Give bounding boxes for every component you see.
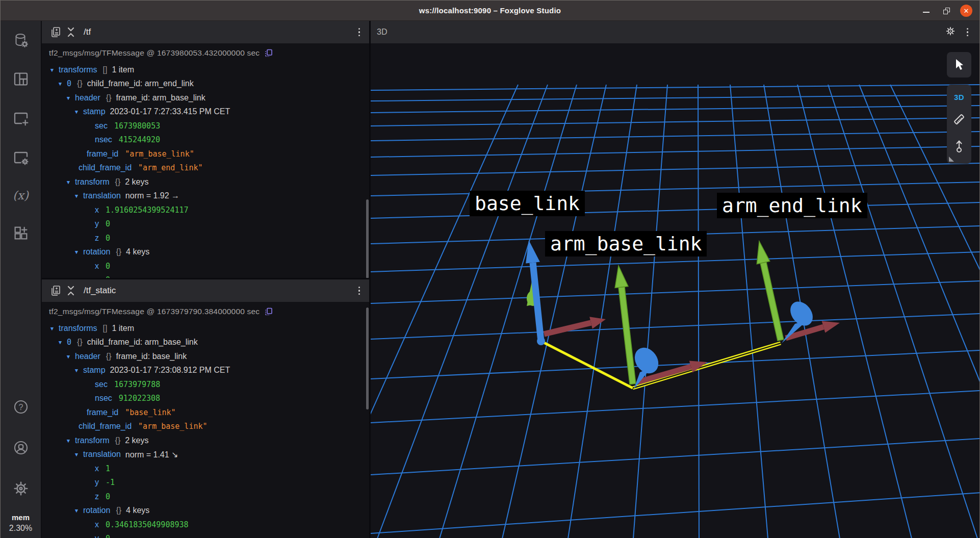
tree-row: y0 <box>42 217 369 232</box>
tree-type-badge: {} <box>115 436 121 445</box>
expand-arrow-icon[interactable]: ▼ <box>49 325 55 331</box>
tf-scrollbar-thumb[interactable] <box>366 199 369 278</box>
tree-key: translation <box>83 450 121 459</box>
tree-row: y0 <box>42 532 369 538</box>
expand-arrow-icon[interactable]: ▼ <box>49 67 55 73</box>
tree-row: child_frame_id"arm_end_link" <box>42 161 369 175</box>
tree-row[interactable]: ▼rotation{}4 keys <box>42 245 369 260</box>
camera-3d-toggle-button[interactable]: 3D <box>954 93 964 101</box>
tf-static-panel-menu-button[interactable] <box>355 284 364 298</box>
tree-value: 912022308 <box>119 394 160 403</box>
expand-arrow-icon[interactable]: ▼ <box>73 507 80 514</box>
raw-messages-column: /tf tf2_msgs/msg/TFMessage @ 1673980053.… <box>42 21 369 538</box>
tree-row: frame_id"arm_base_link" <box>42 147 369 161</box>
tf-panel-header[interactable]: /tf <box>42 21 369 43</box>
raw-messages-panel-icon <box>49 284 62 297</box>
tree-value: 1 <box>106 464 110 473</box>
tree-value: "base_link" <box>125 408 175 417</box>
tree-type-badge: {} <box>77 338 83 347</box>
gear-icon <box>12 480 30 497</box>
tree-row[interactable]: ▼rotation{}4 keys <box>42 504 369 518</box>
tree-key: transform <box>75 177 110 187</box>
sidebar-item-settings[interactable] <box>10 477 32 500</box>
expand-arrow-icon[interactable]: ▼ <box>73 367 80 373</box>
3d-settings-gear-icon[interactable] <box>945 26 956 38</box>
tree-value: 1673980053 <box>114 121 160 131</box>
minimize-button[interactable] <box>919 4 933 17</box>
tree-row[interactable]: ▼0{}child_frame_id: arm_end_link <box>42 77 369 91</box>
tree-row[interactable]: ▼transform{}2 keys <box>42 175 369 189</box>
expand-arrow-icon[interactable]: ▼ <box>73 193 80 199</box>
3d-panel-header[interactable]: 3D <box>371 21 979 43</box>
ruler-icon <box>952 112 966 126</box>
expand-arrow-icon[interactable]: ▼ <box>73 249 80 255</box>
sidebar-item-add-panel[interactable] <box>10 107 32 130</box>
tree-value: 0 <box>106 275 110 278</box>
selection-tool-button[interactable] <box>947 52 971 78</box>
tree-row[interactable]: ▼0{}child_frame_id: arm_base_link <box>42 336 369 350</box>
tree-meta: 2023-01-17 7:27:33.415 PM CET <box>110 107 230 116</box>
tree-row[interactable]: ▼translationnorm = 1.92 → <box>42 189 369 203</box>
tree-meta: frame_id: arm_base_link <box>116 93 205 103</box>
tree-key: transform <box>75 436 110 445</box>
copy-message-icon[interactable] <box>264 307 273 317</box>
tree-row: sec1673979788 <box>42 377 369 392</box>
sidebar-item-layouts[interactable] <box>10 68 32 90</box>
frame-label-arm-end-link: arm_end_link <box>717 193 867 218</box>
tf-static-scrollbar-thumb[interactable] <box>366 308 369 409</box>
tree-row[interactable]: ▼transform{}2 keys <box>42 433 369 448</box>
tree-key: stamp <box>83 366 106 375</box>
sidebar-item-account[interactable] <box>10 437 32 459</box>
sidebar-item-help[interactable]: ? <box>10 396 32 418</box>
tree-value: 0 <box>106 219 110 228</box>
tree-row[interactable]: ▼header{}frame_id: base_link <box>42 349 369 364</box>
tree-row: y-1 <box>42 476 369 490</box>
expand-arrow-icon[interactable]: ▼ <box>65 179 71 185</box>
tree-row[interactable]: ▼header{}frame_id: arm_base_link <box>42 91 369 105</box>
tree-key: nsec <box>95 394 112 403</box>
expand-arrow-icon[interactable]: ▼ <box>65 438 71 444</box>
sidebar-item-extensions[interactable] <box>10 222 32 244</box>
3d-scene <box>371 43 979 538</box>
sidebar-item-panel-settings[interactable] <box>10 146 32 169</box>
sidebar-item-data-source[interactable] <box>10 29 32 52</box>
close-button[interactable]: ✕ <box>960 5 972 17</box>
tree-row[interactable]: ▼transforms[]1 item <box>42 321 369 336</box>
tree-row: x1.9160254399524117 <box>42 203 369 217</box>
3d-panel-menu-button[interactable] <box>964 25 972 40</box>
measure-tool-button[interactable] <box>952 112 966 129</box>
tree-row: z0 <box>42 490 369 504</box>
tree-value: "arm_end_link" <box>138 163 202 172</box>
tf-panel-menu-button[interactable] <box>355 25 364 40</box>
tf-static-panel-header[interactable]: /tf_static <box>42 279 369 302</box>
tf-static-schema-timestamp: tf2_msgs/msg/TFMessage @ 1673979790.3840… <box>49 307 260 316</box>
collapse-all-icon[interactable] <box>64 284 78 297</box>
sidebar-item-variables[interactable]: (x) <box>10 184 32 207</box>
expand-arrow-icon[interactable]: ▼ <box>73 451 80 457</box>
3d-viewport[interactable]: base_link arm_base_link arm_end_link 3D <box>371 43 979 538</box>
tree-row[interactable]: ▼stamp2023-01-17 7:27:33.415 PM CET <box>42 105 369 119</box>
tree-type-badge: {} <box>106 352 112 361</box>
expand-arrow-icon[interactable]: ▼ <box>57 339 63 345</box>
collapse-all-icon[interactable] <box>64 25 78 39</box>
tree-row: y0 <box>42 273 369 278</box>
expand-arrow-icon[interactable]: ▼ <box>65 353 71 360</box>
restore-button[interactable] <box>940 4 953 17</box>
tree-key: z <box>95 492 99 501</box>
expand-arrow-icon[interactable]: ▼ <box>57 81 63 87</box>
title-bar[interactable]: ws://localhost:9090 – Foxglove Studio ✕ <box>1 1 979 21</box>
3d-panel: 3D <box>371 21 979 538</box>
tree-row[interactable]: ▼translationnorm = 1.41 ↘ <box>42 448 369 462</box>
tree-row[interactable]: ▼stamp2023-01-17 7:23:08.912 PM CET <box>42 364 369 378</box>
tree-row: x1 <box>42 462 369 476</box>
tree-row[interactable]: ▼transforms[]1 item <box>42 63 369 77</box>
tree-key: rotation <box>83 247 110 257</box>
minimize-icon <box>923 12 930 13</box>
copy-message-icon[interactable] <box>264 48 273 58</box>
expand-arrow-icon[interactable]: ▼ <box>65 95 71 101</box>
toolbar-expand-handle[interactable] <box>949 157 954 162</box>
tf-message-tree: ▼transforms[]1 item▼0{}child_frame_id: a… <box>42 63 369 278</box>
publish-pose-button[interactable] <box>953 139 965 156</box>
layout-grid-icon <box>13 71 29 87</box>
expand-arrow-icon[interactable]: ▼ <box>73 109 80 115</box>
